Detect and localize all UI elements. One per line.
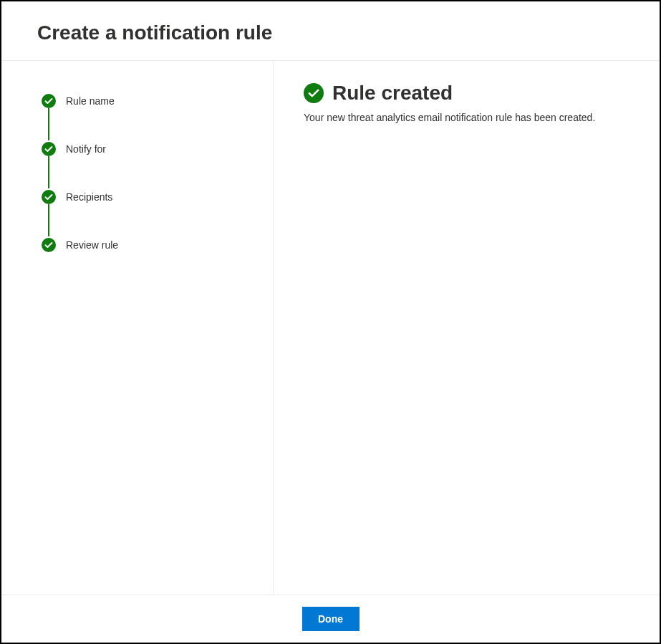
success-description: Your new threat analytics email notifica… [304,112,629,123]
step-connector [48,107,49,140]
svg-point-3 [42,238,56,252]
dialog-footer: Done [1,595,660,643]
checkmark-icon [42,238,56,252]
wizard-step-notify-for[interactable]: Notify for [42,141,251,157]
dialog-body: Rule name Notify for [1,61,660,595]
wizard-step-label: Review rule [66,239,118,251]
svg-point-0 [42,94,56,108]
svg-point-2 [42,190,56,204]
wizard-sidebar: Rule name Notify for [1,61,274,595]
success-title: Rule created [332,82,453,105]
checkmark-icon [42,190,56,204]
step-connector [48,155,49,188]
checkmark-icon [42,94,56,108]
checkmark-icon [42,142,56,156]
wizard-steps: Rule name Notify for [42,93,251,253]
step-connector [48,203,49,236]
svg-point-1 [42,142,56,156]
success-header: Rule created [304,82,629,105]
wizard-step-rule-name[interactable]: Rule name [42,93,251,109]
wizard-step-recipients[interactable]: Recipients [42,189,251,205]
checkmark-icon [304,83,324,103]
wizard-step-label: Notify for [66,143,106,155]
dialog-title: Create a notification rule [37,21,624,44]
wizard-step-review-rule[interactable]: Review rule [42,237,251,253]
done-button[interactable]: Done [302,607,360,631]
notification-rule-dialog: Create a notification rule Rule name [0,0,661,644]
svg-point-4 [304,83,324,103]
dialog-header: Create a notification rule [1,1,660,61]
wizard-step-label: Recipients [66,191,112,203]
main-panel: Rule created Your new threat analytics e… [274,61,660,595]
wizard-step-label: Rule name [66,95,115,107]
